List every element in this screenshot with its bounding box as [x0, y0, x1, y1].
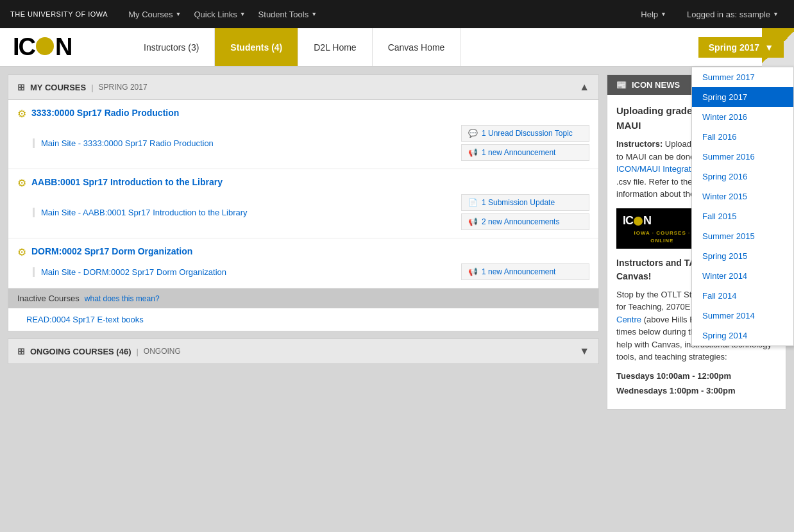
badge-1-0[interactable]: 📄 1 Submission Update [461, 194, 589, 211]
time-entry-0: Tuesdays 10:00am - 12:00pm [616, 370, 777, 383]
quick-links-nav[interactable]: Quick Links ▼ [189, 7, 250, 22]
course-gear-icon-0: ⚙ [17, 108, 26, 120]
semester-option-0[interactable]: Summer 2017 [692, 67, 793, 87]
semester-dropdown-button[interactable]: Spring 2017 ▼ [698, 37, 784, 58]
badge-2-0[interactable]: 📢 1 new Announcement [461, 263, 589, 280]
user-chevron: ▼ [773, 11, 779, 17]
semester-option-3[interactable]: Fall 2016 [692, 127, 793, 147]
top-nav-links: My Courses ▼ Quick Links ▼ Student Tools… [123, 7, 322, 22]
semester-option-4[interactable]: Summer 2016 [692, 147, 793, 167]
my-courses-header: ⊞ MY COURSES | SPRING 2017 ▲ [8, 75, 598, 100]
course-title-row-0: ⚙ 3333:0000 Spr17 Radio Production [17, 108, 589, 120]
ongoing-status: ONGOING [144, 347, 181, 356]
semester-option-6[interactable]: Winter 2015 [692, 187, 793, 206]
my-courses-box: ⊞ MY COURSES | SPRING 2017 ▲ ⚙ 3333:0000… [8, 74, 599, 332]
course-badges-1: 📄 1 Submission Update 📢 2 new Announceme… [461, 194, 589, 230]
semester-chevron-icon: ▼ [764, 42, 773, 53]
course-title-row-2: ⚙ DORM:0002 Spr17 Dorm Organization [17, 246, 589, 258]
icon-logo-n: N [55, 33, 71, 61]
course-body-1: Main Site - AABB:0001 Spr17 Introduction… [17, 194, 589, 230]
user-nav[interactable]: Logged in as: ssample ▼ [682, 7, 784, 22]
course-title-1[interactable]: AABB:0001 Spr17 Introduction to the Libr… [31, 177, 223, 187]
submission-icon: 📄 [468, 198, 478, 207]
course-badges-2: 📢 1 new Announcement [461, 263, 589, 280]
university-logo: The University of Iowa [10, 10, 108, 18]
ongoing-courses-label: ONGOING COURSES (46) [30, 347, 131, 356]
top-nav-right: Help ▼ Logged in as: ssample ▼ [636, 7, 784, 22]
grid-icon: ⊞ [17, 82, 25, 92]
course-body-2: Main Site - DORM:0002 Spr17 Dorm Organiz… [17, 263, 589, 280]
course-badges-0: 💬 1 Unread Discussion Topic 📢 1 new Anno… [461, 125, 589, 161]
quick-links-chevron: ▼ [240, 11, 246, 17]
course-body-0: Main Site - 3333:0000 Spr17 Radio Produc… [17, 125, 589, 161]
course-link-1[interactable]: Main Site - AABB:0001 Spr17 Introduction… [33, 208, 451, 217]
my-courses-collapse-btn[interactable]: ▲ [579, 81, 589, 93]
announcement-icon-0: 📢 [468, 148, 478, 157]
my-courses-chevron: ▼ [176, 11, 182, 17]
my-courses-nav[interactable]: My Courses ▼ [123, 7, 186, 22]
semester-option-1[interactable]: Spring 2017 [692, 87, 793, 107]
semester-option-13[interactable]: Spring 2014 [692, 326, 793, 345]
badge-0-1[interactable]: 📢 1 new Announcement [461, 144, 589, 161]
course-item-2: ⚙ DORM:0002 Spr17 Dorm Organization Main… [8, 238, 598, 288]
course-item-1: ⚙ AABB:0001 Spr17 Introduction to the Li… [8, 169, 598, 238]
semester-option-10[interactable]: Winter 2014 [692, 266, 793, 286]
news-times: Tuesdays 10:00am - 12:00pm Wednesdays 1:… [616, 370, 777, 397]
ongoing-courses-header: ⊞ ONGOING COURSES (46) | ONGOING ▼ [8, 339, 598, 363]
course-title-2[interactable]: DORM:0002 Spr17 Dorm Organization [31, 246, 192, 256]
icon-logo-i: IC [13, 33, 35, 61]
news-icon: 📰 [616, 80, 627, 90]
icon-logo-o [36, 37, 54, 55]
course-gear-icon-2: ⚙ [17, 246, 26, 258]
instructors-label: Instructors: [616, 139, 663, 149]
badge-1-1[interactable]: 📢 2 new Announcements [461, 213, 589, 230]
icon-header-right: Spring 2017 ▼ Summer 2017 Spring 2017 Wi… [688, 28, 794, 66]
course-link-0[interactable]: Main Site - 3333:0000 Spr17 Radio Produc… [33, 138, 451, 148]
course-title-row-1: ⚙ AABB:0001 Spr17 Introduction to the Li… [17, 177, 589, 189]
news-header-label: ICON NEWS [632, 80, 680, 90]
tab-canvas-home[interactable]: Canvas Home [373, 28, 461, 66]
semester-option-8[interactable]: Summer 2015 [692, 226, 793, 246]
icon-header-nav: Instructors (3) Students (4) D2L Home Ca… [128, 28, 688, 66]
top-nav-left: The University of Iowa My Courses ▼ Quic… [10, 7, 322, 22]
ongoing-grid-icon: ⊞ [17, 346, 25, 356]
student-tools-chevron: ▼ [311, 11, 317, 17]
course-link-2[interactable]: Main Site - DORM:0002 Spr17 Dorm Organiz… [33, 267, 451, 277]
ongoing-divider: | [136, 347, 138, 356]
my-courses-semester: SPRING 2017 [99, 83, 148, 92]
inactive-course-item-0[interactable]: READ:0004 Spr17 E-text books [8, 308, 598, 331]
ongoing-title-group: ⊞ ONGOING COURSES (46) | ONGOING [17, 346, 181, 356]
semester-option-11[interactable]: Fall 2014 [692, 286, 793, 306]
announcement-icon-1: 📢 [468, 217, 478, 226]
inactive-what-link[interactable]: what does this mean? [85, 294, 160, 303]
semester-option-5[interactable]: Spring 2016 [692, 167, 793, 187]
course-gear-icon-1: ⚙ [17, 177, 26, 189]
tab-d2l-home[interactable]: D2L Home [298, 28, 372, 66]
discussion-icon: 💬 [468, 129, 478, 138]
semester-option-2[interactable]: Winter 2016 [692, 107, 793, 127]
course-item-0: ⚙ 3333:0000 Spr17 Radio Production Main … [8, 100, 598, 169]
ongoing-courses-collapse-btn[interactable]: ▼ [579, 345, 589, 357]
semester-dropdown-menu: Summer 2017 Spring 2017 Winter 2016 Fall… [691, 67, 794, 346]
left-panel: ⊞ MY COURSES | SPRING 2017 ▲ ⚙ 3333:0000… [8, 74, 599, 364]
main-content: ⊞ MY COURSES | SPRING 2017 ▲ ⚙ 3333:0000… [0, 67, 794, 417]
badge-0-0[interactable]: 💬 1 Unread Discussion Topic [461, 125, 589, 142]
icon-header: ICN Instructors (3) Students (4) D2L Hom… [0, 28, 794, 67]
top-nav-bar: The University of Iowa My Courses ▼ Quic… [0, 0, 794, 28]
icon-logo-container: ICN [0, 28, 128, 66]
help-chevron: ▼ [661, 11, 666, 17]
time-entry-1: Wednesdays 1:00pm - 3:00pm [616, 385, 777, 397]
icon-maui-link[interactable]: ICON/MAUI Integration [616, 164, 702, 174]
course-title-0[interactable]: 3333:0000 Spr17 Radio Production [31, 108, 179, 118]
semester-option-9[interactable]: Spring 2015 [692, 246, 793, 266]
semester-option-12[interactable]: Summer 2014 [692, 306, 793, 326]
my-courses-title-group: ⊞ MY COURSES | SPRING 2017 [17, 82, 148, 92]
semester-option-7[interactable]: Fall 2015 [692, 206, 793, 226]
my-courses-label: MY COURSES [30, 83, 86, 92]
ongoing-courses-box: ⊞ ONGOING COURSES (46) | ONGOING ▼ [8, 338, 599, 364]
help-nav[interactable]: Help ▼ [636, 7, 672, 22]
my-courses-divider: | [91, 83, 93, 92]
tab-students[interactable]: Students (4) [215, 28, 298, 66]
student-tools-nav[interactable]: Student Tools ▼ [253, 7, 322, 22]
tab-instructors[interactable]: Instructors (3) [128, 28, 215, 66]
